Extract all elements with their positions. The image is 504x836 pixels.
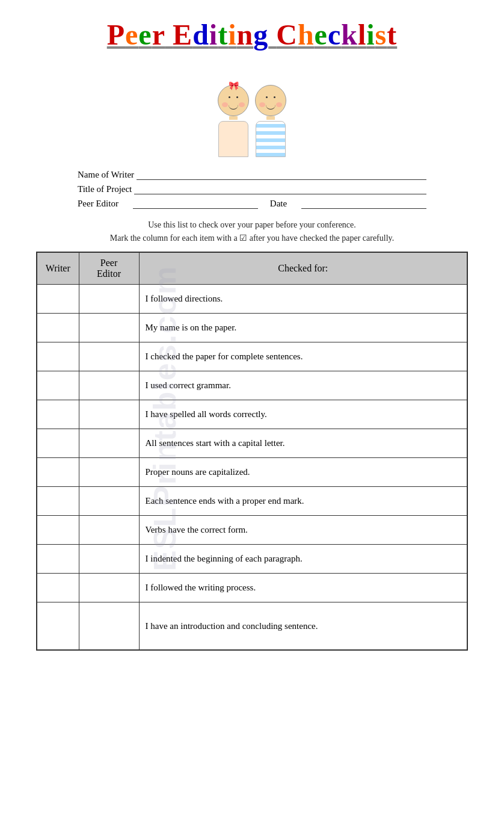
checked-for-cell: I used correct grammar. — [139, 371, 467, 400]
title-of-project-field[interactable] — [134, 184, 426, 194]
writer-check-cell[interactable] — [37, 515, 79, 544]
illustration: 🎀 — [192, 61, 312, 157]
writer-check-cell[interactable] — [37, 573, 79, 602]
header-writer: Writer — [37, 252, 79, 285]
peer-check-cell[interactable] — [79, 429, 139, 457]
eye-right — [236, 96, 238, 98]
writer-check-cell[interactable] — [37, 486, 79, 515]
eye-left — [229, 96, 230, 98]
peer-check-cell[interactable] — [79, 486, 139, 515]
peer-date-row: Peer Editor Date — [78, 198, 426, 209]
checked-for-cell: I followed the writing process. — [139, 573, 467, 602]
figure-boy-head — [255, 85, 286, 116]
form-section: Name of Writer Title of Project Peer Edi… — [78, 169, 426, 212]
checked-for-cell: All sentences start with a capital lette… — [139, 429, 467, 457]
table-row: I checked the paper for complete sentenc… — [37, 342, 467, 371]
figure-girl: 🎀 — [218, 85, 249, 157]
table-row: I indented the beginning of each paragra… — [37, 544, 467, 573]
peer-editor-label: Peer Editor — [78, 199, 118, 209]
eyes-b — [266, 96, 275, 98]
writer-check-cell[interactable] — [37, 457, 79, 486]
checked-for-cell: I checked the paper for complete sentenc… — [139, 342, 467, 371]
cheek-right — [239, 102, 245, 107]
writer-check-cell[interactable] — [37, 342, 79, 371]
instruction-line1: Use this list to check over your paper b… — [36, 218, 468, 232]
cheek-left-b — [259, 102, 265, 107]
header-checked-for: Checked for: — [139, 252, 467, 285]
figure-girl-head: 🎀 — [218, 85, 249, 116]
writer-check-cell[interactable] — [37, 602, 79, 650]
cheek-right-b — [276, 102, 282, 107]
bow-icon: 🎀 — [229, 81, 239, 91]
table-row: My name is on the paper. — [37, 313, 467, 342]
instruction-line2: Mark the column for each item with a ☑ a… — [36, 232, 468, 245]
peer-check-cell[interactable] — [79, 342, 139, 371]
date-label: Date — [270, 199, 287, 209]
title-of-project-row: Title of Project — [78, 184, 426, 194]
peer-check-cell[interactable] — [79, 602, 139, 650]
name-of-writer-row: Name of Writer — [78, 169, 426, 180]
table-row: Verbs have the correct form. — [37, 515, 467, 544]
body — [218, 121, 248, 157]
table-row: I followed directions. — [37, 284, 467, 313]
writer-check-cell[interactable] — [37, 400, 79, 429]
writer-check-cell[interactable] — [37, 429, 79, 457]
table-row: I used correct grammar. — [37, 371, 467, 400]
checked-for-cell: I have spelled all words correctly. — [139, 400, 467, 429]
table-header-row: Writer PeerEditor Checked for: — [37, 252, 467, 285]
checked-for-cell: Each sentence ends with a proper end mar… — [139, 486, 467, 515]
writer-check-cell[interactable] — [37, 284, 79, 313]
checked-for-cell: I indented the beginning of each paragra… — [139, 544, 467, 573]
page-title: Peer Editing Checklist — [107, 18, 398, 51]
checked-for-cell: I followed directions. — [139, 284, 467, 313]
table-row: Proper nouns are capitalized. — [37, 457, 467, 486]
writer-check-cell[interactable] — [37, 313, 79, 342]
peer-check-cell[interactable] — [79, 515, 139, 544]
peer-check-cell[interactable] — [79, 371, 139, 400]
body-b — [256, 121, 286, 157]
peer-check-cell[interactable] — [79, 400, 139, 429]
smile — [229, 105, 238, 110]
eyes — [229, 96, 238, 98]
peer-check-cell[interactable] — [79, 457, 139, 486]
neck — [229, 116, 238, 120]
peer-editor-field[interactable] — [133, 198, 258, 209]
instructions: Use this list to check over your paper b… — [36, 218, 468, 246]
title-of-project-label: Title of Project — [78, 184, 132, 194]
writer-check-cell[interactable] — [37, 371, 79, 400]
neck-b — [266, 116, 275, 120]
writer-check-cell[interactable] — [37, 544, 79, 573]
eye-left-b — [266, 96, 268, 98]
table-row: I have spelled all words correctly. — [37, 400, 467, 429]
table-row: Each sentence ends with a proper end mar… — [37, 486, 467, 515]
table-row: I have an introduction and concluding se… — [37, 602, 467, 650]
table-row: I followed the writing process. — [37, 573, 467, 602]
checked-for-cell: Proper nouns are capitalized. — [139, 457, 467, 486]
peer-check-cell[interactable] — [79, 573, 139, 602]
name-of-writer-label: Name of Writer — [78, 170, 134, 180]
smile-b — [266, 105, 275, 110]
checklist-table: Writer PeerEditor Checked for: I followe… — [36, 252, 468, 651]
peer-check-cell[interactable] — [79, 284, 139, 313]
peer-check-cell[interactable] — [79, 544, 139, 573]
eye-right-b — [274, 96, 275, 98]
checked-for-cell: My name is on the paper. — [139, 313, 467, 342]
name-of-writer-field[interactable] — [137, 169, 426, 180]
checked-for-cell: I have an introduction and concluding se… — [139, 602, 467, 650]
cheek-left — [222, 102, 228, 107]
table-row: All sentences start with a capital lette… — [37, 429, 467, 457]
header-peer-editor: PeerEditor — [79, 252, 139, 285]
peer-check-cell[interactable] — [79, 313, 139, 342]
checked-for-cell: Verbs have the correct form. — [139, 515, 467, 544]
date-field[interactable] — [301, 198, 426, 209]
figure-boy — [255, 85, 286, 157]
